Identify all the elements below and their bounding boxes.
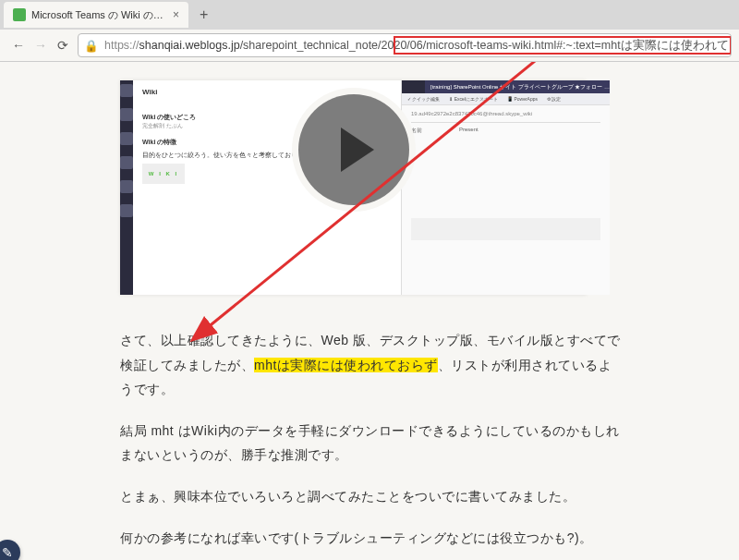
article-p4: 何かの参考になれば幸いです(トラブルシューティングなどには役立つかも?)。	[120, 526, 624, 551]
nav-row: ← → ⟳ 🔒 https://shanqiai.weblogs.jp/shar…	[0, 30, 739, 61]
page-content: Wiki Wiki の使いどころ 完全解剖 たぶん Wiki の特徴 目的をひと…	[0, 62, 739, 560]
tab-strip: Microsoft Teams の Wiki の使いど × +	[0, 0, 739, 30]
sp-logo	[402, 80, 425, 93]
article-p1: さて、以上確認してきたように、Web 版、デスクトップ版、モバイル版とすべてで検…	[120, 328, 624, 402]
new-tab-button[interactable]: +	[194, 6, 213, 23]
play-icon	[341, 128, 374, 172]
sp-tool-export: ⬇ Excelにエクスポート	[449, 96, 498, 102]
nav-refresh-button[interactable]: ⟳	[52, 38, 74, 53]
sp-tool-edit: ✓ クイック編集	[407, 96, 440, 102]
browser-tab[interactable]: Microsoft Teams の Wiki の使いど ×	[4, 2, 188, 28]
play-button[interactable]	[298, 94, 409, 205]
article-p3: とまぁ、興味本位でいろいろと調べてみたことをついでに書いてみました。	[120, 484, 624, 509]
sp-tool-powerapps: 📱 PowerApps	[507, 96, 538, 102]
nav-back-button[interactable]: ←	[7, 38, 30, 53]
nav-forward-button[interactable]: →	[30, 38, 52, 53]
lock-icon: 🔒	[84, 39, 99, 53]
play-overlay[interactable]	[292, 88, 416, 212]
article-body: さて、以上確認してきたように、Web 版、デスクトップ版、モバイル版とすべてで検…	[120, 328, 624, 560]
sharepoint-pane: [training] SharePoint Online サイト プライベートグ…	[401, 80, 610, 295]
url-path: /sharepoint_technical_note/2020/06/micro…	[240, 38, 732, 54]
article-highlight: mhtは実際には使われておらず	[254, 358, 438, 372]
url-host: shanqiai.weblogs.jp	[139, 39, 240, 52]
sp-toolbar: ✓ クイック編集 ⬇ Excelにエクスポート 📱 PowerApps ⚙ 設定	[402, 93, 610, 105]
tab-title: Microsoft Teams の Wiki の使いど	[31, 8, 165, 22]
close-icon[interactable]: ×	[173, 8, 179, 21]
teams-rail	[120, 80, 133, 295]
tab-favicon	[13, 8, 26, 21]
url-protocol: https://	[104, 39, 139, 52]
sp-titlebar: [training] SharePoint Online サイト プライベートグ…	[402, 80, 610, 93]
address-bar[interactable]: 🔒 https://shanqiai.weblogs.jp/sharepoint…	[78, 33, 732, 57]
video-thumbnail[interactable]: Wiki Wiki の使いどころ 完全解剖 たぶん Wiki の特徴 目的をひと…	[120, 80, 587, 295]
sp-body: 19.ad49c2972e2c837470c46@thread.skype_wi…	[402, 105, 610, 246]
sp-title: [training] SharePoint Online サイト プライベートグ…	[430, 83, 610, 91]
browser-chrome: Microsoft Teams の Wiki の使いど × + ← → ⟳ 🔒 …	[0, 0, 739, 62]
sp-tool-settings: ⚙ 設定	[547, 96, 561, 102]
sp-col-present: Present	[459, 127, 479, 135]
sp-list-url: 19.ad49c2972e2c837470c46@thread.skype_wi…	[411, 111, 600, 116]
wiki-tiles: W I K I	[142, 164, 185, 184]
article-p2: 結局 mht はWiki内のデータを手軽にダウンロードできるようにしているのかも…	[120, 419, 624, 468]
